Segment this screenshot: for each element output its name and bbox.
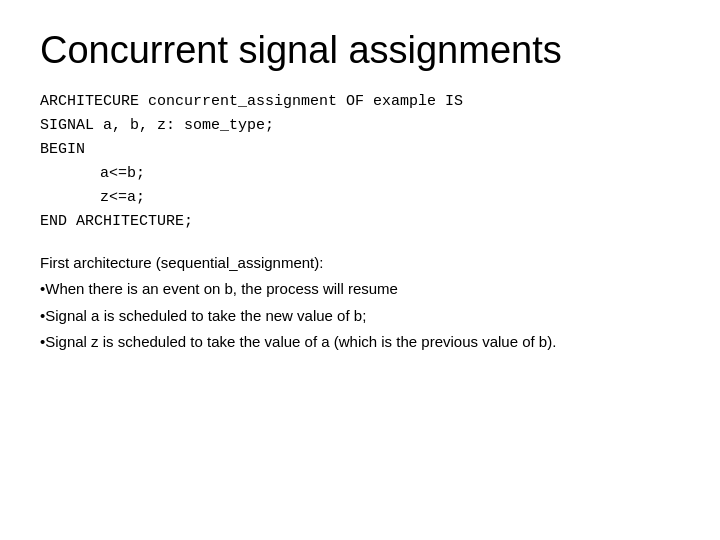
code-line-5: z<=a; — [40, 186, 680, 210]
description-bullet-3: •Signal z is scheduled to take the value… — [40, 331, 680, 354]
code-line-4: a<=b; — [40, 162, 680, 186]
code-line-1: ARCHITECURE concurrent_assignment OF exa… — [40, 90, 680, 114]
description-bullet-1: •When there is an event on b, the proces… — [40, 278, 680, 301]
code-block: ARCHITECURE concurrent_assignment OF exa… — [40, 90, 680, 234]
code-line-2: SIGNAL a, b, z: some_type; — [40, 114, 680, 138]
code-line-3: BEGIN — [40, 138, 680, 162]
code-line-6: END ARCHITECTURE; — [40, 210, 680, 234]
description-heading: First architecture (sequential_assignmen… — [40, 252, 680, 275]
page-title: Concurrent signal assignments — [40, 30, 680, 72]
description-bullet-2: •Signal a is scheduled to take the new v… — [40, 305, 680, 328]
description-block: First architecture (sequential_assignmen… — [40, 252, 680, 354]
